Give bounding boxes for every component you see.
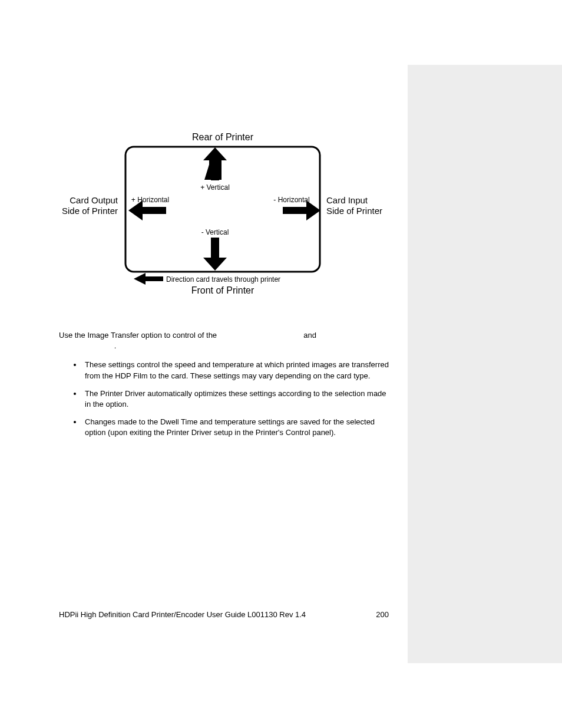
direction-arrow [134,273,163,285]
svg-rect-10 [144,276,163,281]
list-item: These settings control the speed and tem… [82,360,389,381]
list-item: Changes made to the Dwell Time and tempe… [82,417,389,438]
plus-vertical-label: + Vertical [200,183,230,192]
direction-text-label: Direction card travels through printer [166,275,280,284]
svg-rect-4 [211,238,219,259]
rear-of-printer-label: Rear of Printer [192,132,254,142]
svg-marker-11 [134,273,146,285]
svg-rect-8 [283,207,308,214]
up-arrow-icon [203,147,227,180]
footer-doc-title: HDPii High Definition Card Printer/Encod… [59,610,306,619]
plus-horizontal-label: + Horizontal [131,196,169,204]
intro-text-c: . [114,341,117,350]
svg-marker-2 [203,147,227,160]
intro-text-b: and [303,331,316,340]
intro-paragraph: Use the Image Transfer option to control… [59,330,389,351]
list-item: The Printer Driver automatically optimiz… [82,388,389,410]
page-content: Rear of Printer Front of Printer Card Ou… [59,65,389,448]
down-arrow-icon [203,238,227,271]
card-output-label-line2: Side of Printer [62,206,118,216]
minus-vertical-label: - Vertical [201,228,229,236]
page-footer: HDPii High Definition Card Printer/Encod… [59,610,389,619]
bullet-list: These settings control the speed and tem… [59,360,389,438]
minus-horizontal-label: - Horizontal [273,196,309,204]
footer-page-number: 200 [376,610,389,619]
orientation-diagram: Rear of Printer Front of Printer Card Ou… [59,130,389,301]
sidebar-gray-panel [408,65,562,663]
card-input-label-line2: Side of Printer [326,206,382,216]
card-input-label-line1: Card Input [326,195,368,205]
card-output-label-line1: Card Output [70,195,118,205]
svg-marker-5 [203,258,227,271]
intro-text-a: Use the Image Transfer option to control… [59,331,219,340]
svg-rect-6 [141,207,166,214]
svg-rect-3 [211,159,219,180]
front-of-printer-label: Front of Printer [191,285,254,295]
